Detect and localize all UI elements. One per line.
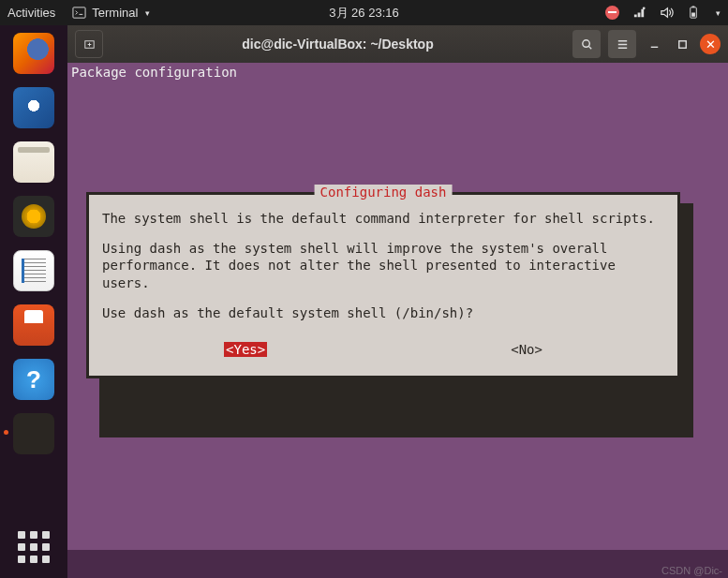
do-not-disturb-icon[interactable] [605,6,619,20]
svg-rect-4 [691,13,695,17]
maximize-button[interactable] [672,34,692,54]
package-config-header: Package configuration [71,65,724,80]
ubuntu-dock: ? [0,25,67,578]
terminal-content[interactable]: Package configuration Configuring dash T… [67,63,728,550]
app-menu[interactable]: Terminal ▾ [72,6,150,20]
yes-button[interactable]: <Yes> [224,342,267,357]
minimize-button[interactable] [644,34,664,54]
system-menu-chevron-icon[interactable]: ▾ [716,8,721,18]
new-tab-button[interactable] [75,30,103,58]
volume-icon[interactable] [660,6,674,20]
rhythmbox-launcher[interactable] [13,196,54,237]
firefox-launcher[interactable] [13,33,54,74]
terminal-icon [72,6,86,20]
dialog-title: Configuring dash [315,185,453,200]
svg-rect-3 [692,6,695,7]
watermark: CSDN @Dic- [661,565,722,576]
thunderbird-launcher[interactable] [13,87,54,128]
dialog-text-2: Using dash as the system shell will impr… [102,240,664,291]
no-button[interactable]: <No> [511,342,542,357]
hamburger-menu-button[interactable] [608,30,636,58]
chevron-down-icon: ▾ [145,8,150,18]
ubuntu-software-launcher[interactable] [13,304,54,346]
terminal-window: dic@dic-VirtualBox: ~/Desktop ✕ Package … [67,25,728,550]
search-button[interactable] [572,30,601,58]
window-title: dic@dic-VirtualBox: ~/Desktop [111,37,565,52]
clock[interactable]: 3月 26 23:16 [329,5,398,22]
activities-button[interactable]: Activities [7,6,55,20]
network-icon[interactable] [632,6,646,20]
libreoffice-writer-launcher[interactable] [13,250,54,291]
gnome-topbar: Activities Terminal ▾ 3月 26 23:16 ▾ [0,0,728,25]
svg-point-6 [582,39,589,47]
terminal-launcher[interactable] [13,413,54,454]
svg-rect-0 [73,7,85,18]
files-launcher[interactable] [13,141,54,183]
svg-rect-7 [678,40,686,48]
show-applications-button[interactable] [18,531,50,563]
close-button[interactable]: ✕ [700,34,721,54]
debconf-dialog: Configuring dash The system shell is the… [86,192,680,378]
dialog-text-1: The system shell is the default command … [102,210,664,227]
dialog-text-3: Use dash as the default system shell (/b… [102,304,664,321]
svg-point-1 [643,7,646,9]
battery-icon[interactable] [687,6,701,20]
window-titlebar: dic@dic-VirtualBox: ~/Desktop ✕ [67,25,728,63]
help-launcher[interactable]: ? [13,359,54,400]
